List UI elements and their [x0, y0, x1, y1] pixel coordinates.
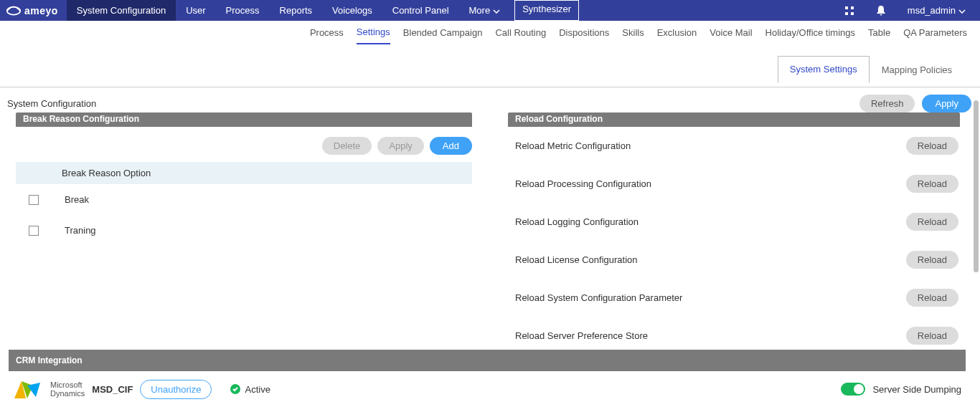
toggle-label: Server Side Dumping — [872, 384, 961, 395]
break-reason-panel: Break Reason Configuration Delete Apply … — [16, 117, 472, 246]
main-content: Break Reason Configuration Delete Apply … — [0, 117, 980, 355]
reload-row: Reload Logging Configuration Reload — [508, 203, 960, 241]
scrollbar-thumb[interactable] — [974, 100, 979, 272]
reload-row: Reload Processing Configuration Reload — [508, 165, 960, 203]
nav-item-label: Control Panel — [392, 5, 449, 16]
chevron-down-icon — [958, 5, 966, 16]
break-checkbox[interactable] — [29, 226, 39, 236]
tabs: System Settings Mapping Policies — [778, 57, 964, 83]
refresh-button[interactable]: Refresh — [859, 95, 915, 112]
subnav-call-routing[interactable]: Call Routing — [495, 27, 546, 44]
dynamics-logo-icon — [11, 378, 44, 400]
reload-row: Reload System Configuration Parameter Re… — [508, 279, 960, 317]
nav-control-panel[interactable]: Control Panel — [382, 0, 459, 21]
subnav-table[interactable]: Table — [868, 27, 890, 44]
reload-panel-header: Reload Configuration — [508, 112, 960, 127]
crm-panel-header: CRM Integration — [9, 350, 966, 371]
break-reason-actions: Delete Apply Add — [16, 127, 472, 162]
user-menu[interactable]: msd_admin — [908, 5, 966, 16]
subnav-skills[interactable]: Skills — [622, 27, 644, 44]
nav-item-label: Voicelogs — [332, 5, 372, 16]
nav-items: System Configuration User Process Report… — [67, 0, 579, 21]
reload-button[interactable]: Reload — [906, 327, 958, 345]
tabs-row: System Settings Mapping Policies — [0, 47, 980, 87]
reload-row-label: Reload Logging Configuration — [515, 216, 639, 227]
apps-grid-icon[interactable] — [844, 6, 854, 16]
crm-integration-panel: CRM Integration Microsoft Dynamics MSD_C… — [9, 350, 966, 407]
reload-row-label: Reload System Configuration Parameter — [515, 292, 682, 303]
nav-voicelogs[interactable]: Voicelogs — [322, 0, 382, 21]
reload-row: Reload License Configuration Reload — [508, 241, 960, 279]
break-row: Break — [16, 184, 472, 215]
break-row: Traning — [16, 215, 472, 246]
crm-instance-name: MSD_CIF — [92, 384, 133, 395]
nav-system-configuration[interactable]: System Configuration — [67, 0, 176, 21]
reload-button[interactable]: Reload — [906, 137, 958, 155]
nav-item-label: Process — [226, 5, 260, 16]
subnav-process[interactable]: Process — [310, 27, 344, 44]
top-nav: ameyo System Configuration User Process … — [0, 0, 980, 21]
nav-user[interactable]: User — [176, 0, 215, 21]
synthesizer-button[interactable]: Synthesizer — [514, 0, 579, 21]
reload-row-label: Reload Server Preference Store — [515, 330, 648, 341]
subnav-blended-campaign[interactable]: Blended Campaign — [403, 27, 483, 44]
tab-mapping-policies[interactable]: Mapping Policies — [870, 57, 964, 83]
brand-logo[interactable]: ameyo — [0, 0, 67, 21]
subnav-holiday-office[interactable]: Holiday/Office timings — [765, 27, 855, 44]
nav-process[interactable]: Process — [216, 0, 270, 21]
nav-right: msd_admin — [844, 5, 980, 16]
apply-break-button[interactable]: Apply — [377, 137, 424, 155]
brand-name: ameyo — [24, 5, 58, 16]
status-badge: Active — [230, 384, 270, 395]
server-side-dumping-toggle[interactable] — [841, 383, 865, 396]
dynamics-product-label: Microsoft Dynamics — [50, 380, 85, 398]
svg-rect-4 — [851, 12, 854, 15]
apply-button[interactable]: Apply — [922, 95, 971, 112]
break-row-label: Traning — [65, 225, 96, 236]
nav-item-label: More — [469, 5, 491, 16]
svg-rect-1 — [845, 6, 848, 9]
chevron-down-icon — [493, 5, 500, 16]
reload-row-label: Reload Processing Configuration — [515, 178, 651, 189]
svg-rect-2 — [851, 6, 854, 9]
crm-panel-body: Microsoft Dynamics MSD_CIF Unauthorize A… — [9, 371, 966, 407]
reload-button[interactable]: Reload — [906, 175, 958, 193]
delete-button[interactable]: Delete — [322, 137, 372, 155]
status-text: Active — [245, 384, 270, 395]
sub-nav: Process Settings Blended Campaign Call R… — [0, 21, 980, 47]
add-button[interactable]: Add — [430, 137, 472, 155]
nav-more[interactable]: More — [459, 0, 511, 21]
break-checkbox[interactable] — [29, 195, 39, 205]
subnav-exclusion[interactable]: Exclusion — [657, 27, 697, 44]
reload-panel: Reload Configuration Reload Metric Confi… — [508, 117, 960, 355]
break-reason-column-header: Break Reason Option — [16, 162, 472, 184]
break-reason-panel-header: Break Reason Configuration — [16, 112, 472, 127]
nav-reports[interactable]: Reports — [270, 0, 323, 21]
page-title: System Configuration — [7, 98, 96, 109]
notifications-icon[interactable] — [876, 6, 886, 16]
subnav-voice-mail[interactable]: Voice Mail — [710, 27, 752, 44]
nav-item-label: Reports — [280, 5, 313, 16]
dynamics-line2: Dynamics — [50, 389, 85, 398]
status-active-icon — [230, 384, 240, 394]
nav-item-label: User — [186, 5, 205, 16]
unauthorize-button[interactable]: Unauthorize — [140, 380, 212, 399]
subnav-settings[interactable]: Settings — [357, 27, 390, 44]
tab-system-settings[interactable]: System Settings — [778, 56, 870, 83]
reload-button[interactable]: Reload — [906, 251, 958, 269]
reload-button[interactable]: Reload — [906, 213, 958, 231]
user-name: msd_admin — [908, 5, 956, 16]
subnav-qa-parameters[interactable]: QA Parameters — [903, 27, 967, 44]
reload-button[interactable]: Reload — [906, 289, 958, 307]
subnav-dispositions[interactable]: Dispositions — [559, 27, 609, 44]
synthesizer-label: Synthesizer — [522, 4, 571, 14]
reload-row-label: Reload License Configuration — [515, 254, 638, 265]
brand-logo-icon — [6, 4, 22, 17]
dynamics-line1: Microsoft — [50, 380, 85, 389]
nav-item-label: System Configuration — [77, 5, 166, 16]
reload-row-label: Reload Metric Configuration — [515, 140, 631, 151]
server-side-dumping-control: Server Side Dumping — [841, 383, 961, 396]
page-actions: Refresh Apply — [859, 95, 971, 112]
break-row-label: Break — [65, 194, 89, 205]
svg-rect-3 — [845, 12, 848, 15]
